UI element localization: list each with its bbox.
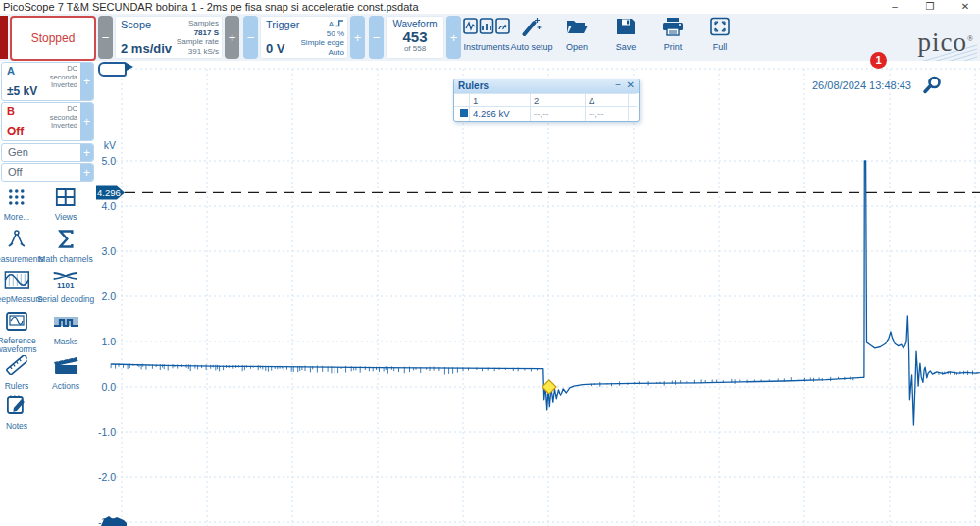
rulers-minimize-icon[interactable]: − bbox=[615, 79, 621, 90]
sidebar-item-notes[interactable]: Notes bbox=[6, 395, 27, 431]
channel-a-range: ±5 kV bbox=[7, 84, 37, 98]
waveform-group: − Waveform 453 of 558 + bbox=[369, 16, 461, 59]
reference-waveforms-label: Reference waveforms bbox=[0, 337, 48, 354]
gen-panel[interactable]: Gen + bbox=[1, 143, 94, 162]
print-label: Print bbox=[661, 42, 685, 52]
gen-expand-button[interactable]: + bbox=[80, 144, 93, 161]
toolbar: Stopped − Scope 2 ms/div Samples 7817 S … bbox=[0, 14, 980, 62]
rising-edge-icon bbox=[335, 19, 344, 27]
trigger-panel[interactable]: Trigger 0 V A 50 % Simple edge Auto bbox=[260, 16, 348, 59]
full-label: Full bbox=[709, 42, 731, 52]
trigger-minus-button[interactable]: − bbox=[243, 16, 258, 59]
open-folder-icon bbox=[565, 17, 589, 36]
sidebar-item-more[interactable]: More... bbox=[4, 188, 29, 222]
channel-b-expand-button[interactable]: + bbox=[80, 103, 93, 140]
sample-rate-value: 391 kS/s bbox=[188, 47, 219, 56]
minimize-button[interactable]: – bbox=[880, 0, 909, 13]
y-axis-tick: 1.0 bbox=[101, 336, 116, 347]
more-dots-icon bbox=[7, 188, 26, 206]
close-button[interactable]: ✕ bbox=[951, 0, 980, 13]
waveform-prev-button[interactable]: − bbox=[369, 16, 384, 59]
masks-label: Masks bbox=[53, 337, 78, 346]
sample-rate-label: Sample rate bbox=[177, 37, 219, 46]
sidebar-item-masks[interactable]: Masks bbox=[53, 312, 78, 346]
save-floppy-icon bbox=[615, 17, 637, 36]
sidebar-item-serial-decoding[interactable]: 1101 Serial decoding bbox=[37, 271, 94, 304]
channel-b-tags: DC seconda Inverted bbox=[50, 105, 77, 131]
deepmeasure-icon bbox=[4, 271, 29, 289]
sidebar-item-views[interactable]: Views bbox=[55, 188, 77, 222]
waveform-number: 453 bbox=[386, 29, 444, 44]
rulers-row-swatch-cell bbox=[454, 106, 470, 121]
rulers-popup[interactable]: Rulers − ✕ 1 2 Δ 4.296 kV --,-- --,-- bbox=[453, 79, 640, 122]
rulers-popup-title: Rulers bbox=[458, 80, 489, 91]
gen-label: Gen bbox=[8, 146, 28, 158]
scope-panel[interactable]: Scope 2 ms/div Samples 7817 S Sample rat… bbox=[115, 16, 223, 59]
rulers-col-blank bbox=[454, 93, 470, 106]
channel-b-state: Off bbox=[7, 125, 24, 138]
capture-timestamp: 26/08/2024 13:48:43 bbox=[812, 79, 911, 91]
chart-canvas: kV5.04.03.02.01.00.0-1.0-2.0-3.04.296 bbox=[94, 61, 980, 526]
measurements-label: Measurements bbox=[0, 254, 44, 264]
rulers-close-icon[interactable]: ✕ bbox=[627, 79, 635, 90]
channel-a-panel[interactable]: A DC seconda Inverted ±5 kV + bbox=[1, 62, 94, 101]
trigger-group: − Trigger 0 V A 50 % Simple edge Auto + bbox=[243, 16, 365, 59]
instruments-label: Instruments bbox=[463, 42, 510, 52]
svg-text:1101: 1101 bbox=[57, 281, 75, 289]
open-button[interactable]: Open bbox=[565, 17, 589, 58]
full-screen-icon bbox=[709, 17, 731, 36]
waveform-chart[interactable]: kV5.04.03.02.01.00.0-1.0-2.0-3.04.296 bbox=[94, 61, 980, 526]
scope-group: − Scope 2 ms/div Samples 7817 S Sample r… bbox=[98, 16, 239, 59]
sidebar-item-measurements[interactable]: Measurements bbox=[0, 230, 44, 264]
trigger-level-value: 0 V bbox=[266, 41, 285, 56]
rulers-table: 1 2 Δ 4.296 kV --,-- --,-- bbox=[454, 93, 639, 121]
actions-clapper-icon bbox=[53, 355, 78, 375]
channel-a-id: A bbox=[7, 65, 15, 77]
notification-badge[interactable]: 1 bbox=[870, 52, 887, 69]
scope-plus-button[interactable]: + bbox=[225, 16, 239, 59]
waveform-next-button[interactable]: + bbox=[446, 16, 461, 59]
more-label: More... bbox=[4, 212, 29, 222]
rulers-label: Rulers bbox=[5, 381, 29, 391]
trigger-label: Trigger bbox=[266, 19, 299, 30]
open-label: Open bbox=[565, 42, 589, 52]
channel-b-panel[interactable]: B DC seconda Inverted Off + bbox=[1, 102, 94, 141]
rulers-col-1: 1 bbox=[470, 93, 531, 106]
instruments-button[interactable]: Instruments bbox=[463, 17, 510, 58]
gen-off-panel[interactable]: Off + bbox=[1, 163, 94, 182]
y-axis-tick: 4.0 bbox=[101, 200, 116, 212]
sidebar-item-rulers[interactable]: Rulers bbox=[5, 355, 29, 391]
reference-waveforms-icon bbox=[6, 312, 27, 331]
channel-a-expand-button[interactable]: + bbox=[80, 63, 93, 100]
notes-label: Notes bbox=[6, 421, 27, 431]
maximize-button[interactable]: ❐ bbox=[915, 0, 945, 13]
zoom-search-icon[interactable] bbox=[923, 76, 942, 98]
sidebar-item-math-channels[interactable]: Math channels bbox=[38, 230, 92, 264]
sidebar-item-reference-waveforms[interactable]: Reference waveforms bbox=[0, 312, 48, 354]
gen-off-expand-button[interactable]: + bbox=[80, 164, 93, 181]
math-sigma-icon bbox=[58, 230, 74, 248]
save-label: Save bbox=[615, 42, 637, 52]
trigger-plus-button[interactable]: + bbox=[350, 16, 365, 59]
stopped-button[interactable]: Stopped bbox=[10, 16, 96, 61]
auto-setup-label: Auto setup bbox=[510, 42, 552, 52]
full-screen-button[interactable]: Full bbox=[709, 17, 731, 58]
window-title: PicoScope 7 T&M SECUNDAR bobina 1 - 2ms … bbox=[3, 1, 419, 13]
rulers-popup-titlebar[interactable]: Rulers − ✕ bbox=[454, 79, 639, 93]
waveform-panel[interactable]: Waveform 453 of 558 bbox=[386, 16, 444, 59]
save-button[interactable]: Save bbox=[615, 17, 637, 58]
scope-sample-info: Samples 7817 S Sample rate 391 kS/s bbox=[177, 19, 219, 56]
y-axis-tick: 2.0 bbox=[101, 290, 116, 302]
waveform-total: of 558 bbox=[386, 44, 444, 53]
masks-icon bbox=[53, 312, 78, 331]
gen-off-label: Off bbox=[8, 166, 22, 178]
auto-setup-button[interactable]: Auto setup bbox=[510, 17, 552, 58]
print-button[interactable]: Print bbox=[661, 17, 685, 58]
measurements-icon bbox=[7, 230, 26, 248]
ruler2-value: --,-- bbox=[531, 106, 586, 121]
scope-minus-button[interactable]: − bbox=[98, 16, 113, 59]
channel-b-id: B bbox=[7, 105, 15, 117]
sidebar-item-actions[interactable]: Actions bbox=[52, 355, 79, 391]
timeline-handle[interactable] bbox=[98, 62, 127, 77]
y-axis-tick: 5.0 bbox=[101, 155, 116, 167]
